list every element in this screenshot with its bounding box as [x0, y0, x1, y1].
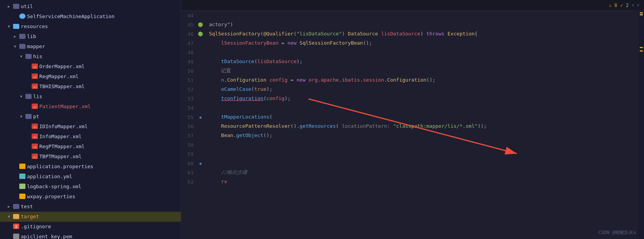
sidebar-item-regptmapper[interactable]: RegPTMapper.xml [0, 142, 181, 152]
arrow-icon [20, 52, 25, 61]
sidebar-item-resources[interactable]: resources [0, 22, 181, 32]
sidebar-item-infomapper[interactable]: InfoMapper.xml [0, 132, 181, 142]
scroll-marker-warn2 [640, 47, 643, 48]
prop-icon [19, 194, 25, 199]
sidebar-item-label: RegPTMapper.xml [39, 142, 84, 151]
arrow-icon [8, 2, 13, 11]
sidebar-item-label: mapper [27, 42, 45, 51]
sidebar-item-wxpay[interactable]: wxpay.properties [0, 192, 181, 202]
xml-icon [32, 74, 38, 79]
code-content: actory") SqlSessionFactory(@Qualifier("l… [209, 11, 639, 239]
xml-icon [32, 84, 38, 89]
sidebar-item-ordermapper[interactable]: OrderMapper.xml [0, 62, 181, 72]
sidebar-item-tbptmapper[interactable]: TBPTMapper.xml [0, 152, 181, 162]
code-line-48 [209, 48, 639, 57]
code-line-49: tDataSource(lisDataSource); [209, 57, 639, 66]
sidebar-item-label: application.properties [27, 162, 93, 171]
scroll-marker-warn [640, 12, 643, 13]
code-line-44 [209, 11, 639, 20]
sidebar-item-label: logback-spring.xml [27, 182, 81, 191]
code-line-50: 记置 [209, 66, 639, 75]
code-line-61: //略此步骤 [209, 168, 639, 177]
code-line-51: n.Configuration config = new org.apache.… [209, 75, 639, 85]
ok-badge: ✓ 2 [620, 3, 629, 8]
sidebar-item-patientmapper[interactable]: PatientMapper.xml [0, 102, 181, 112]
nav-arrows[interactable]: ∧ ∨ [632, 3, 639, 8]
folder-icon [19, 44, 25, 49]
folder-icon [19, 34, 25, 39]
arrow-icon [14, 42, 19, 51]
code-line-58 [209, 140, 639, 149]
code-line-62: rv [209, 177, 639, 186]
xml-icon [32, 104, 38, 109]
code-line-55: tMapperLocations( [209, 112, 639, 122]
xml-icon [32, 154, 38, 159]
sidebar-item-lib[interactable]: lib [0, 32, 181, 42]
code-editor: ⚠ 8 ✓ 2 ∧ ∨ 44 45🟢 46🟢 47 48 49 50 51 52… [181, 0, 644, 239]
scroll-marker-warn3 [640, 50, 643, 52]
sidebar-item-label: TBPTMapper.xml [39, 152, 82, 161]
scroll-gutter [639, 11, 644, 239]
sidebar-item-mapper[interactable]: mapper [0, 42, 181, 52]
sidebar-item-his[interactable]: his [0, 52, 181, 62]
sidebar-item-label: IDInfoMapper.xml [39, 122, 88, 131]
folder-icon [13, 24, 19, 29]
xml-icon [32, 124, 38, 129]
sidebar-item-appprop[interactable]: application.properties [0, 162, 181, 172]
code-area: 44 45🟢 46🟢 47 48 49 50 51 52 53 54 55◉ 5… [181, 11, 644, 239]
sidebar-item-label: lib [27, 32, 36, 41]
sidebar-item-logback[interactable]: logback-spring.xml [0, 182, 181, 192]
sidebar-item-label: apiclient_key.pem [21, 232, 72, 239]
sidebar-item-target[interactable]: target [0, 212, 181, 222]
sidebar-item-appyml[interactable]: application.yml [0, 172, 181, 182]
folder-icon [13, 214, 19, 219]
editor-status: ⚠ 8 ✓ 2 ∧ ∨ [609, 3, 639, 8]
code-line-56: ResourcePatternResolver().getResources( … [209, 122, 639, 131]
pem-icon [13, 234, 19, 239]
sidebar-item-lis[interactable]: lis [0, 92, 181, 102]
sidebar-item-label: PatientMapper.xml [39, 102, 91, 111]
sidebar-item-regmapper[interactable]: RegMapper.xml [0, 72, 181, 82]
sidebar-item-idinfomapper[interactable]: IDInfoMapper.xml [0, 122, 181, 132]
sidebar-item-gitignore[interactable]: g .gitignore [0, 222, 181, 232]
scroll-marker-ok [640, 14, 643, 15]
sidebar-item-label: wxpay.properties [27, 192, 75, 201]
sidebar-item-label: application.yml [27, 172, 72, 181]
code-line-45: actory") [209, 20, 639, 29]
yml-icon [19, 174, 25, 179]
sidebar-item-label: test [21, 202, 33, 211]
sidebar-item-label: OrderMapper.xml [39, 62, 84, 71]
sidebar-item-label: resources [21, 22, 48, 31]
prop-icon [19, 164, 25, 169]
warning-badge: ⚠ 8 [609, 3, 617, 8]
folder-icon [25, 94, 32, 99]
sidebar-item-label: RegMapper.xml [39, 72, 79, 81]
sidebar-item-label: his [33, 52, 42, 61]
arrow-icon [8, 212, 13, 221]
sidebar-item-label: util [21, 2, 33, 11]
sidebar-item-label: TBHISMapper.xml [39, 82, 84, 91]
arrow-icon [8, 202, 13, 211]
watermark: CSDN @蜻蜓队长x [598, 229, 636, 236]
git-icon: g [13, 224, 19, 229]
xml-icon [32, 64, 38, 69]
code-line-47: lSessionFactoryBean = new SqlSessionFact… [209, 38, 639, 48]
arrow-icon [14, 32, 19, 41]
arrow-icon [8, 22, 13, 31]
sidebar-item-label: lis [33, 92, 42, 101]
sidebar-item-label: SelfServiceMachineApplication [27, 12, 115, 21]
java-icon [19, 13, 25, 19]
sidebar-item-tbhismapper[interactable]: TBHISMapper.xml [0, 82, 181, 92]
sidebar-item-util[interactable]: util [0, 2, 181, 12]
sidebar-item-apiclient[interactable]: apiclient_key.pem [0, 232, 181, 239]
arrow-icon [20, 112, 25, 121]
sidebar-item-pt[interactable]: pt [0, 112, 181, 122]
sidebar-item-label: pt [33, 112, 39, 121]
sidebar-item-selfservice[interactable]: SelfServiceMachineApplication [0, 12, 181, 22]
sidebar-item-label: InfoMapper.xml [39, 132, 82, 141]
arrow-icon [20, 92, 25, 101]
code-line-57: Bean.getObject(); [209, 131, 639, 140]
sidebar-item-test[interactable]: test [0, 202, 181, 212]
folder-icon [25, 114, 32, 119]
line-numbers: 44 45🟢 46🟢 47 48 49 50 51 52 53 54 55◉ 5… [181, 11, 209, 239]
